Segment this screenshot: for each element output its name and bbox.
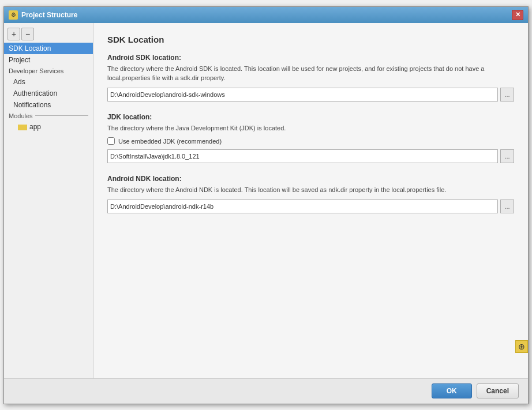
sidebar: + − SDK Location Project Developer Servi… [4, 23, 93, 378]
jdk-description: The directory where the Java Development… [107, 123, 514, 133]
jdk-browse-button[interactable]: ... [500, 149, 514, 163]
add-button[interactable]: + [8, 28, 20, 40]
dialog-icon: ⚙ [9, 10, 18, 20]
footer: OK Cancel [4, 378, 528, 404]
project-structure-dialog: ⚙ Project Structure ✕ + − SDK Location P… [3, 6, 529, 404]
embedded-jdk-label: Use embedded JDK (recommended) [118, 138, 222, 145]
android-ndk-path-row: ... [107, 200, 514, 213]
title-bar-controls: ✕ [512, 10, 523, 20]
sidebar-item-app[interactable]: app [4, 121, 93, 133]
remove-button[interactable]: − [21, 28, 34, 40]
sidebar-item-developer-services[interactable]: Developer Services [4, 66, 93, 76]
android-sdk-input[interactable] [107, 88, 498, 101]
embedded-jdk-checkbox[interactable] [107, 137, 115, 145]
sidebar-item-project[interactable]: Project [4, 54, 93, 66]
embedded-jdk-row: Use embedded JDK (recommended) [107, 137, 514, 145]
sidebar-item-sdk-location[interactable]: SDK Location [4, 43, 93, 54]
android-sdk-title: Android SDK location: [107, 54, 514, 62]
section-divider [35, 115, 88, 116]
android-sdk-browse-button[interactable]: ... [500, 88, 514, 101]
corner-icon-symbol: ⊕ [518, 342, 525, 351]
jdk-title: JDK location: [107, 113, 514, 121]
title-bar-text: Project Structure [21, 11, 508, 19]
title-bar: ⚙ Project Structure ✕ [4, 7, 528, 23]
sidebar-item-notifications[interactable]: Notifications [4, 99, 93, 111]
android-ndk-input[interactable] [107, 200, 498, 213]
main-content: SDK Location Android SDK location: The d… [93, 23, 528, 378]
sidebar-toolbar: + − [4, 25, 93, 43]
close-button[interactable]: ✕ [512, 10, 523, 20]
android-ndk-description: The directory where the Android NDK is l… [107, 185, 514, 195]
folder-icon [18, 123, 27, 130]
modules-section: Modules [4, 111, 93, 121]
android-sdk-path-row: ... [107, 88, 514, 101]
cancel-button[interactable]: Cancel [477, 383, 519, 398]
android-sdk-description: The directory where the Android SDK is l… [107, 64, 514, 83]
dialog-body: + − SDK Location Project Developer Servi… [4, 23, 528, 378]
sidebar-item-ads[interactable]: Ads [4, 76, 93, 88]
jdk-input[interactable] [107, 149, 498, 163]
jdk-path-row: ... [107, 149, 514, 163]
sidebar-item-authentication[interactable]: Authentication [4, 88, 93, 99]
ok-button[interactable]: OK [432, 383, 472, 398]
page-title: SDK Location [107, 35, 514, 44]
corner-action-icon[interactable]: ⊕ [515, 340, 528, 353]
android-ndk-browse-button[interactable]: ... [500, 200, 514, 213]
android-ndk-title: Android NDK location: [107, 175, 514, 183]
